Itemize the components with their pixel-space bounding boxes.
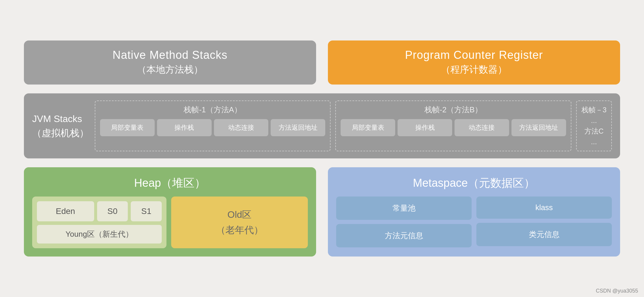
old-label-cn: （老年代）: [216, 223, 263, 238]
native-method-stacks-title-cn: （本地方法栈）: [30, 63, 310, 76]
frame1-cells: 局部变量表 操作栈 动态连接 方法返回地址: [100, 119, 325, 136]
eden-cell: Eden: [37, 201, 94, 221]
frame2-cell-3: 方法返回地址: [511, 119, 566, 136]
metaspace-title: Metaspace（元数据区）: [336, 176, 612, 191]
heap-title: Heap（堆区）: [32, 176, 308, 191]
metaspace-left: 常量池 方法元信息: [336, 197, 472, 247]
jvm-stacks-label: JVM Stacks （虚拟机栈）: [32, 112, 89, 140]
frame1-cell-3: 方法返回地址: [271, 119, 325, 136]
old-gen-label: Old区 （老年代）: [216, 207, 263, 237]
watermark: CSDN @yua3055: [596, 288, 638, 294]
diagram: Native Method Stacks （本地方法栈） Program Cou…: [12, 29, 632, 268]
native-method-stacks-box: Native Method Stacks （本地方法栈）: [24, 40, 316, 85]
young-gen-area: Eden S0 S1 Young区（新生代）: [32, 197, 166, 248]
frame3-box: 栈帧－3...方法C...: [576, 100, 612, 151]
top-row: Native Method Stacks （本地方法栈） Program Cou…: [24, 40, 620, 85]
program-counter-title-en: Program Counter Register: [334, 49, 614, 61]
frame1-title: 栈帧-1（方法A）: [100, 105, 325, 115]
frame1-cell-2: 动态连接: [214, 119, 269, 136]
frames-area: 栈帧-1（方法A） 局部变量表 操作栈 动态连接 方法返回地址 栈帧-2（方法B…: [95, 100, 612, 151]
frame2-box: 栈帧-2（方法B） 局部变量表 操作栈 动态连接 方法返回地址: [335, 100, 571, 151]
bottom-row: Heap（堆区） Eden S0 S1 Young区（新生代） Old区 （老年…: [24, 167, 620, 257]
jvm-stacks-container: JVM Stacks （虚拟机栈） 栈帧-1（方法A） 局部变量表 操作栈 动态…: [24, 93, 620, 158]
heap-container: Heap（堆区） Eden S0 S1 Young区（新生代） Old区 （老年…: [24, 167, 316, 257]
young-label: Young区（新生代）: [37, 225, 162, 244]
frame2-cell-2: 动态连接: [455, 119, 509, 136]
frame2-title: 栈帧-2（方法B）: [341, 105, 566, 115]
metaspace-method-meta: 方法元信息: [336, 224, 472, 247]
heap-inner: Eden S0 S1 Young区（新生代） Old区 （老年代）: [32, 197, 308, 248]
old-gen-area: Old区 （老年代）: [171, 197, 308, 248]
metaspace-right: klass 类元信息: [476, 197, 612, 247]
frame2-cell-0: 局部变量表: [341, 119, 395, 136]
frame2-cell-1: 操作栈: [398, 119, 452, 136]
jvm-stacks-label-cn: （虚拟机栈）: [32, 126, 89, 140]
frame2-cells: 局部变量表 操作栈 动态连接 方法返回地址: [341, 119, 566, 136]
s0-cell: S0: [97, 201, 128, 221]
metaspace-klass: klass: [476, 197, 612, 219]
frame1-box: 栈帧-1（方法A） 局部变量表 操作栈 动态连接 方法返回地址: [95, 100, 331, 151]
eden-s0-s1-row: Eden S0 S1: [37, 201, 162, 221]
native-method-stacks-title-en: Native Method Stacks: [30, 49, 310, 61]
metaspace-container: Metaspace（元数据区） 常量池 方法元信息 klass 类元信息: [328, 167, 620, 257]
frame1-cell-0: 局部变量表: [100, 119, 155, 136]
metaspace-inner: 常量池 方法元信息 klass 类元信息: [336, 197, 612, 247]
frame1-cell-1: 操作栈: [157, 119, 212, 136]
program-counter-title-cn: （程序计数器）: [334, 63, 614, 76]
metaspace-constant-pool: 常量池: [336, 197, 472, 220]
s1-cell: S1: [131, 201, 162, 221]
frame3-title: 栈帧－3...方法C...: [581, 105, 607, 147]
metaspace-class-meta: 类元信息: [476, 223, 612, 246]
old-label-en: Old区: [216, 207, 263, 222]
jvm-stacks-label-en: JVM Stacks: [32, 112, 89, 126]
program-counter-box: Program Counter Register （程序计数器）: [328, 40, 620, 85]
